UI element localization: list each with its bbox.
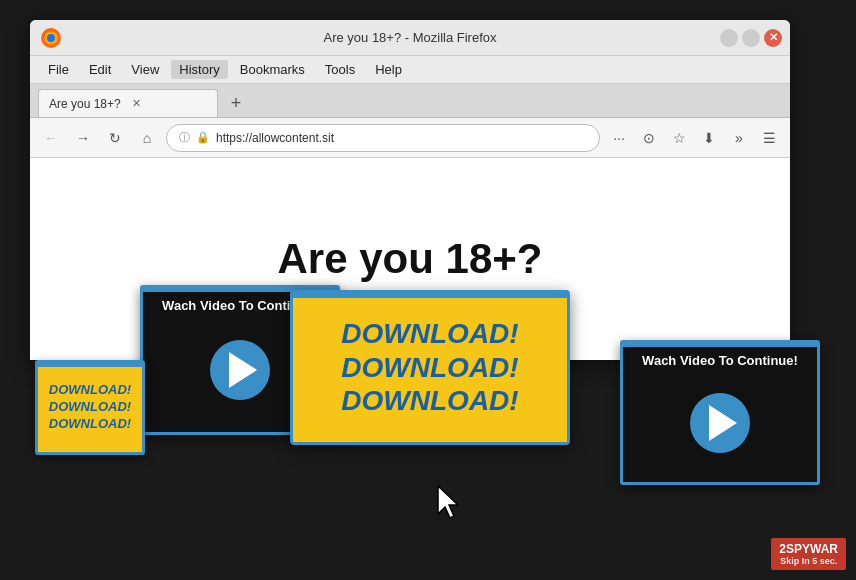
play-icon-right	[709, 405, 737, 441]
tab-close-button[interactable]: ✕	[129, 96, 145, 112]
site-info-icon: ⓘ	[179, 130, 190, 145]
menu-help[interactable]: Help	[367, 60, 410, 79]
play-icon-center	[229, 352, 257, 388]
tab-bar: Are you 18+? ✕ +	[30, 84, 790, 118]
download-line1: DOWNLOAD!	[341, 317, 518, 351]
download-popup-main[interactable]: DOWNLOAD! DOWNLOAD! DOWNLOAD!	[290, 290, 570, 445]
back-icon: ←	[44, 130, 58, 146]
menu-bar: File Edit View History Bookmarks Tools H…	[30, 56, 790, 84]
download-left-line3: DOWNLOAD!	[49, 416, 131, 433]
video-label-right: Wach Video To Continue!	[632, 353, 808, 368]
url-text: https://allowcontent.sit	[216, 131, 587, 145]
page-heading: Are you 18+?	[278, 235, 543, 283]
minimize-button[interactable]: ←	[720, 29, 738, 47]
bookmark-button[interactable]: ☆	[666, 125, 692, 151]
address-bar: ← → ↻ ⌂ ⓘ 🔒 https://allowcontent.sit ···…	[30, 118, 790, 158]
more-button[interactable]: ···	[606, 125, 632, 151]
svg-point-2	[47, 34, 55, 42]
download-button[interactable]: ⬇	[696, 125, 722, 151]
lock-icon: 🔒	[196, 131, 210, 144]
menu-tools[interactable]: Tools	[317, 60, 363, 79]
browser-title: Are you 18+? - Mozilla Firefox	[323, 30, 496, 45]
menu-edit[interactable]: Edit	[81, 60, 119, 79]
forward-icon: →	[76, 130, 90, 146]
reload-button[interactable]: ↻	[102, 125, 128, 151]
back-button[interactable]: ←	[38, 125, 64, 151]
svg-marker-3	[438, 486, 458, 518]
extend-button[interactable]: »	[726, 125, 752, 151]
spyware-name: 2SPYWAR	[779, 542, 838, 556]
maximize-button[interactable]	[742, 29, 760, 47]
download-left-line2: DOWNLOAD!	[49, 399, 131, 416]
toolbar-right: ··· ⊙ ☆ ⬇ » ☰	[606, 125, 782, 151]
window-controls: ← ✕	[720, 29, 782, 47]
download-popup-main-top-bar	[293, 293, 567, 298]
spyware-sub: Skip In 5 sec.	[779, 556, 838, 566]
close-window-button[interactable]: ✕	[764, 29, 782, 47]
firefox-logo-icon	[40, 27, 62, 49]
title-bar: Are you 18+? - Mozilla Firefox ← ✕	[30, 20, 790, 56]
tab-title: Are you 18+?	[49, 97, 121, 111]
new-tab-button[interactable]: +	[222, 89, 250, 117]
video-popup-right[interactable]: Wach Video To Continue!	[620, 340, 820, 485]
download-line3: DOWNLOAD!	[341, 384, 518, 418]
url-bar[interactable]: ⓘ 🔒 https://allowcontent.sit	[166, 124, 600, 152]
reload-icon: ↻	[109, 130, 121, 146]
download-popup-left-top-bar	[38, 363, 142, 367]
play-button-right[interactable]	[690, 393, 750, 453]
menu-history[interactable]: History	[171, 60, 227, 79]
active-tab[interactable]: Are you 18+? ✕	[38, 89, 218, 117]
play-button-center[interactable]	[210, 340, 270, 400]
cursor-icon	[436, 484, 466, 520]
video-right-top-bar	[623, 343, 817, 347]
download-popup-left[interactable]: DOWNLOAD! DOWNLOAD! DOWNLOAD!	[35, 360, 145, 455]
download-left-line1: DOWNLOAD!	[49, 382, 131, 399]
download-line2: DOWNLOAD!	[341, 351, 518, 385]
pocket-button[interactable]: ⊙	[636, 125, 662, 151]
home-button[interactable]: ⌂	[134, 125, 160, 151]
menu-bookmarks[interactable]: Bookmarks	[232, 60, 313, 79]
menu-file[interactable]: File	[40, 60, 77, 79]
menu-view[interactable]: View	[123, 60, 167, 79]
hamburger-button[interactable]: ☰	[756, 125, 782, 151]
spyware-badge: 2SPYWAR Skip In 5 sec.	[771, 538, 846, 570]
home-icon: ⌂	[143, 130, 151, 146]
forward-button[interactable]: →	[70, 125, 96, 151]
